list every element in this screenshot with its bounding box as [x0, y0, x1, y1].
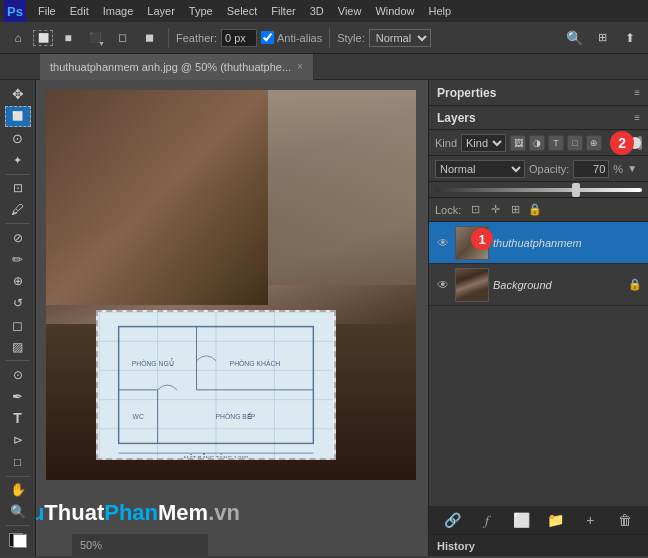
opacity-dropdown-btn[interactable]: ▼: [627, 163, 637, 174]
menu-edit[interactable]: Edit: [64, 3, 95, 19]
opacity-slider-row: [429, 182, 648, 198]
fg-bg-colors[interactable]: [7, 531, 29, 550]
filter-toggle[interactable]: [638, 136, 642, 150]
filter-shape-icon[interactable]: □: [567, 135, 583, 151]
link-layers-btn[interactable]: 🔗: [442, 510, 462, 530]
watermark: ThuThuatPhanMem.vn: [36, 496, 208, 530]
tab-title: thuthuatphanmem anh.jpg @ 50% (thuthuatp…: [50, 61, 291, 73]
new-group-btn[interactable]: 📁: [546, 510, 566, 530]
menu-view[interactable]: View: [332, 3, 368, 19]
menu-help[interactable]: Help: [423, 3, 458, 19]
clone-tool[interactable]: ⊕: [5, 271, 31, 292]
menu-image[interactable]: Image: [97, 3, 140, 19]
layer-item-background[interactable]: 👁 Background 🔒: [429, 264, 648, 306]
gradient-tool[interactable]: ▨: [5, 336, 31, 357]
document-tab[interactable]: thuthuatphanmem anh.jpg @ 50% (thuthuatp…: [40, 54, 314, 80]
history-label: History: [437, 540, 475, 552]
zoom-tool[interactable]: 🔍: [5, 501, 31, 522]
filter-type-icon[interactable]: T: [548, 135, 564, 151]
spot-heal-tool[interactable]: ⊘: [5, 227, 31, 248]
lock-all-icon[interactable]: 🔒: [527, 202, 543, 218]
left-toolbar: ✥ ⬜ ⊙ ✦ ⊡ 🖊 ⊘ ✏ ⊕ ↺ ◻ ▨ ⊙ ✒ T ⊳ □ ✋ 🔍: [0, 80, 36, 556]
pen-tool[interactable]: ✒: [5, 386, 31, 407]
filter-kind-select[interactable]: Kind: [461, 134, 506, 152]
shape-btn2[interactable]: ⬛▼: [83, 27, 107, 49]
home-btn[interactable]: ⌂: [6, 27, 30, 49]
status-bar: 50%: [72, 534, 208, 556]
filter-pixel-icon[interactable]: 🖼: [510, 135, 526, 151]
menu-type[interactable]: Type: [183, 3, 219, 19]
menu-select[interactable]: Select: [221, 3, 264, 19]
menu-layer[interactable]: Layer: [141, 3, 181, 19]
add-style-btn[interactable]: 𝑓: [477, 510, 497, 530]
menu-filter[interactable]: Filter: [265, 3, 301, 19]
search-btn[interactable]: 🔍: [562, 27, 586, 49]
crop-tool[interactable]: ⊡: [5, 178, 31, 199]
canvas-scroll: PHÒNG NGỦ PHÒNG KHÁCH WC PHÒNG BẾP MẶT B…: [36, 80, 428, 556]
layers-list: 👁 thuthuatphanmem 1 👁 Background 🔒: [429, 222, 648, 506]
opacity-slider-handle[interactable]: [572, 183, 580, 197]
feather-input[interactable]: [221, 29, 257, 47]
lock-icons-group: ⊡ ✛ ⊞ 🔒: [467, 202, 543, 218]
new-layer-btn[interactable]: +: [580, 510, 600, 530]
filter-adj-icon[interactable]: ◑: [529, 135, 545, 151]
properties-expand-btn[interactable]: ≡: [634, 87, 640, 98]
right-panel: Properties ≡ Layers ≡ Kind Kind 🖼 ◑ T □ …: [428, 80, 648, 556]
menu-3d[interactable]: 3D: [304, 3, 330, 19]
layer-eye-2[interactable]: 👁: [435, 277, 451, 293]
layer-item-thuthuatphanmem[interactable]: 👁 thuthuatphanmem 1: [429, 222, 648, 264]
lock-pixels-icon[interactable]: ⊡: [467, 202, 483, 218]
menu-file[interactable]: File: [32, 3, 62, 19]
path-select-tool[interactable]: ⊳: [5, 430, 31, 451]
quick-select-tool[interactable]: ✦: [5, 150, 31, 171]
anti-alias-checkbox[interactable]: [261, 31, 274, 44]
layers-menu-btn[interactable]: ≡: [634, 112, 640, 123]
filter-smart-icon[interactable]: ⊕: [586, 135, 602, 151]
eraser-tool[interactable]: ◻: [5, 315, 31, 336]
shape-tool[interactable]: □: [5, 452, 31, 473]
layers-section: Layers ≡ Kind Kind 🖼 ◑ T □ ⊕: [429, 106, 648, 534]
blend-mode-select[interactable]: Normal: [435, 160, 525, 178]
blueprint-overlay: PHÒNG NGỦ PHÒNG KHÁCH WC PHÒNG BẾP MẶT B…: [96, 310, 336, 460]
tab-close-btn[interactable]: ×: [297, 61, 303, 72]
tab-bar: thuthuatphanmem anh.jpg @ 50% (thuthuatp…: [0, 54, 648, 80]
tool-group-shapes: ⌂ ⬜ ■ ⬛▼ ◻ ◼: [6, 27, 161, 49]
shape-btn1[interactable]: ■: [56, 27, 80, 49]
delete-layer-btn[interactable]: 🗑: [615, 510, 635, 530]
brush-tool[interactable]: ✏: [5, 249, 31, 270]
sep1: [168, 28, 169, 48]
share-btn[interactable]: ⬆: [618, 27, 642, 49]
opacity-slider[interactable]: [435, 188, 642, 192]
opacity-input[interactable]: [573, 160, 609, 178]
dodge-tool[interactable]: ⊙: [5, 364, 31, 385]
arrange-btn[interactable]: ⊞: [590, 27, 614, 49]
canvas-bg: PHÒNG NGỦ PHÒNG KHÁCH WC PHÒNG BẾP MẶT B…: [46, 90, 416, 480]
style-select[interactable]: Normal: [369, 29, 431, 47]
lasso-tool[interactable]: ⊙: [5, 128, 31, 149]
main-layout: ✥ ⬜ ⊙ ✦ ⊡ 🖊 ⊘ ✏ ⊕ ↺ ◻ ▨ ⊙ ✒ T ⊳ □ ✋ 🔍: [0, 80, 648, 556]
shape-btn4[interactable]: ◼: [137, 27, 161, 49]
history-brush-tool[interactable]: ↺: [5, 293, 31, 314]
lock-label: Lock:: [435, 204, 461, 216]
lock-position-icon[interactable]: ✛: [487, 202, 503, 218]
menu-window[interactable]: Window: [369, 3, 420, 19]
menu-bar: Ps File Edit Image Layer Type Select Fil…: [0, 0, 648, 22]
move-tool[interactable]: ✥: [5, 84, 31, 105]
lt-sep2: [6, 223, 30, 224]
filter-label: Kind: [435, 137, 457, 149]
rect-marquee-tool[interactable]: ⬜: [5, 106, 31, 127]
rect-select-btn[interactable]: ⬜: [33, 30, 53, 46]
layer-eye-1[interactable]: 👁: [435, 235, 451, 251]
hand-tool[interactable]: ✋: [5, 479, 31, 500]
anti-alias-label: Anti-alias: [277, 32, 322, 44]
history-bar[interactable]: History: [429, 534, 648, 556]
lock-artboard-icon[interactable]: ⊞: [507, 202, 523, 218]
shape-btn3[interactable]: ◻: [110, 27, 134, 49]
lt-sep1: [6, 174, 30, 175]
add-mask-btn[interactable]: ⬜: [511, 510, 531, 530]
eyedropper-tool[interactable]: 🖊: [5, 199, 31, 220]
lt-sep3: [6, 360, 30, 361]
opacity-label: Opacity:: [529, 163, 569, 175]
type-tool[interactable]: T: [5, 408, 31, 429]
lt-sep4: [6, 476, 30, 477]
